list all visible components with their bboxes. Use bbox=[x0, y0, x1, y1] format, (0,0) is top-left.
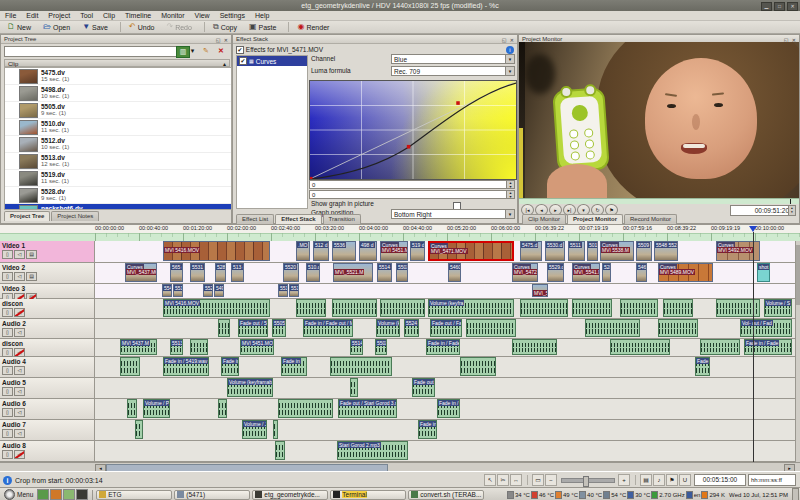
speaker-icon[interactable]: ◁ bbox=[14, 387, 25, 396]
zoom-out-icon[interactable]: − bbox=[545, 474, 557, 486]
timeline-clip[interactable]: CurvesMVI_5437.MO bbox=[125, 263, 157, 282]
lock-icon[interactable]: ▯ bbox=[2, 387, 13, 396]
timeline-clip[interactable]: Volume (keyfra bbox=[428, 299, 514, 317]
track-lane-audio-6[interactable]: Volume / Prague_TrFade out / Stari Gorod… bbox=[95, 399, 795, 419]
track-header-audio-7[interactable]: Audio 7▯◁ bbox=[0, 420, 95, 440]
speaker-icon-muted[interactable]: ◁ bbox=[14, 348, 25, 357]
timeline-clip[interactable]: 5502 bbox=[396, 263, 408, 282]
timeline-clip[interactable]: MVI 5416.MOV bbox=[163, 241, 270, 261]
timeline-clip[interactable]: Stari Gorod 2.mp3 bbox=[337, 441, 408, 460]
timeline-clip[interactable]: MVI 5416.MOV bbox=[163, 299, 270, 317]
track-lane-audio-2[interactable]: Fade out / 5451.wav5505Fade in / Fade ou… bbox=[95, 319, 795, 338]
add-clip-menu-icon[interactable]: ▾ bbox=[189, 46, 196, 56]
spacer-tool-icon[interactable]: ↔ bbox=[510, 474, 522, 486]
tray-item[interactable]: 2.70 GHz bbox=[651, 491, 684, 499]
tray-item[interactable]: 30 °C bbox=[627, 491, 650, 499]
tab-effect-stack[interactable]: Effect Stack bbox=[275, 214, 321, 224]
lock-icon[interactable]: ▯ bbox=[2, 408, 13, 417]
timeline-clip[interactable]: 5540 bbox=[162, 284, 172, 297]
delete-clip-icon[interactable]: ✕ bbox=[215, 46, 227, 56]
tray-item[interactable]: 49 °C bbox=[555, 491, 578, 499]
menu-monitor[interactable]: Monitor bbox=[156, 11, 189, 20]
tray-item[interactable]: 40 °C bbox=[579, 491, 602, 499]
audio-thumbs-icon[interactable]: ♪ bbox=[653, 474, 665, 486]
timeline-clip[interactable] bbox=[610, 339, 670, 355]
spinner-arrows-icon[interactable]: ▴▾ bbox=[506, 181, 514, 188]
timeline-clip[interactable] bbox=[663, 299, 693, 317]
timeline-clip[interactable]: 528 bbox=[215, 263, 226, 282]
lock-icon[interactable]: ▯ bbox=[2, 250, 13, 259]
film-icon[interactable]: ▤ bbox=[26, 250, 37, 259]
taskbar-clock[interactable]: Wed 10 Jul, 12:51 PM bbox=[729, 492, 788, 498]
razor-tool-icon[interactable]: ✂ bbox=[497, 474, 509, 486]
tray-item[interactable]: 294 K bbox=[701, 491, 725, 499]
track-lane-audio-4[interactable]: Fade in / 5419.wavFade inFade inFade bbox=[95, 357, 795, 377]
desktop-icon[interactable] bbox=[37, 489, 49, 500]
timeline-clip[interactable]: CurvesMVI_5541.M bbox=[572, 263, 600, 282]
open-button[interactable]: 🗁Open bbox=[39, 21, 76, 33]
tab-project-notes[interactable]: Project Notes bbox=[51, 211, 99, 221]
track-header-video-1[interactable]: Video 1▯◁▤ bbox=[0, 241, 95, 262]
timeline-clip[interactable] bbox=[332, 299, 377, 317]
track-lane-video-2[interactable]: CurvesMVI_5437.MO565 d5531528513 d552051… bbox=[95, 263, 795, 283]
timeline-clip[interactable] bbox=[380, 299, 425, 317]
timeline-clip[interactable]: 5530.d bbox=[545, 241, 565, 261]
close-panel-icon[interactable]: ✕ bbox=[510, 37, 515, 43]
timeline-clip[interactable]: Volume (k 5504.MO bbox=[376, 319, 400, 337]
timeline-clip[interactable]: Fade in / 5419.wav bbox=[163, 357, 209, 376]
timeline-clip[interactable]: CurvesMVI 5451.MO bbox=[380, 241, 408, 261]
info-icon[interactable]: i bbox=[506, 46, 514, 54]
tray-item[interactable]: 46 °C bbox=[531, 491, 554, 499]
copy-button[interactable]: ⧉Copy bbox=[209, 21, 243, 33]
pen-icon[interactable] bbox=[76, 489, 88, 500]
timeline-clip[interactable]: Fade out / Stari Gorod 3.m bbox=[338, 399, 397, 418]
track-header-audio-6[interactable]: Audio 6▯◁ bbox=[0, 399, 95, 419]
timeline-clip[interactable]: Fade out / Fade in bbox=[430, 319, 462, 337]
timeline-clip[interactable]: Fade in / 5460.M bbox=[418, 420, 437, 439]
window-titlebar[interactable]: etg_geometrykdenlive / HDV 1440x1080i 25… bbox=[0, 0, 800, 11]
track-lane-audio-7[interactable]: Volume / July radioFade in / 5460.M bbox=[95, 420, 795, 440]
timeline-clip[interactable]: 5509 bbox=[636, 241, 652, 261]
track-lane-discon[interactable]: MVI 5437.M5513MVI 5451.MOV55145502Fade i… bbox=[95, 339, 795, 356]
tab-project-tree[interactable]: Project Tree bbox=[4, 211, 50, 221]
paste-button[interactable]: ▣Paste bbox=[245, 21, 282, 33]
timeline-clip[interactable]: Fade in / Fade bbox=[744, 339, 792, 355]
timeline-clip[interactable]: Volume / July radio bbox=[242, 420, 267, 439]
timeline-clip[interactable]: 510.d bbox=[306, 263, 320, 282]
lock-icon[interactable]: ▯ bbox=[2, 308, 13, 317]
clip-list-item[interactable]: 5528.dv9 sec. (1) bbox=[5, 187, 231, 204]
timeline-clip[interactable]: MVI_5521.M bbox=[333, 263, 373, 282]
clip-list-item[interactable]: 5498.dv10 sec. (1) bbox=[5, 85, 231, 102]
menu-clip[interactable]: Clip bbox=[98, 11, 120, 20]
clip-list-item[interactable]: 5505.dv9 sec. (1) bbox=[5, 102, 231, 119]
save-button[interactable]: ▼Save bbox=[78, 21, 114, 33]
curve-point-y-spinbox[interactable]: 0▴▾ bbox=[309, 190, 515, 199]
tab-project-monitor[interactable]: Project Monitor bbox=[567, 214, 623, 224]
timeline-clip[interactable] bbox=[190, 339, 208, 355]
timeline-clip[interactable]: 512 d bbox=[313, 241, 329, 261]
clip-list-item[interactable]: 5510.dv11 sec. (1) bbox=[5, 119, 231, 136]
timeline-clip[interactable] bbox=[466, 319, 516, 337]
spinner-arrows-icon[interactable]: ▴▾ bbox=[506, 191, 514, 198]
timeline-clip[interactable]: 5514 bbox=[377, 263, 392, 282]
timeline-clip[interactable]: 501 bbox=[587, 241, 598, 261]
timeline-clip[interactable] bbox=[658, 319, 698, 337]
markers-icon[interactable]: ⚑ bbox=[666, 474, 678, 486]
timeline-clip[interactable]: 5531 bbox=[190, 263, 205, 282]
timeline-clip[interactable] bbox=[330, 357, 392, 376]
zoom-slider[interactable] bbox=[561, 478, 615, 483]
timeline-clip[interactable]: 5529.d bbox=[547, 263, 564, 282]
lock-icon[interactable]: ▯ bbox=[2, 272, 13, 281]
timeline-clip[interactable]: Fade in bbox=[281, 357, 307, 376]
track-header-audio-5[interactable]: Audio 5▯◁ bbox=[0, 378, 95, 398]
timeline-ruler[interactable]: 00:00:00:0000:00:40:0000:01:20:0000:02:0… bbox=[0, 224, 800, 242]
video-thumbs-icon[interactable]: ▤ bbox=[640, 474, 652, 486]
timeline-clip[interactable]: Fade in / Fade out / MVI_5521.MOV bbox=[303, 319, 353, 337]
clip-list-item[interactable]: 5519.dv11 sec. (1) bbox=[5, 170, 231, 187]
timeline-clip[interactable]: 5512 bbox=[173, 284, 183, 297]
close-panel-icon[interactable]: ✕ bbox=[224, 37, 229, 43]
timeline-clip[interactable]: 5511 bbox=[568, 241, 585, 261]
lock-icon[interactable]: ▯ bbox=[2, 366, 13, 375]
menu-help[interactable]: Help bbox=[250, 11, 274, 20]
timeline-clip[interactable] bbox=[350, 378, 358, 397]
